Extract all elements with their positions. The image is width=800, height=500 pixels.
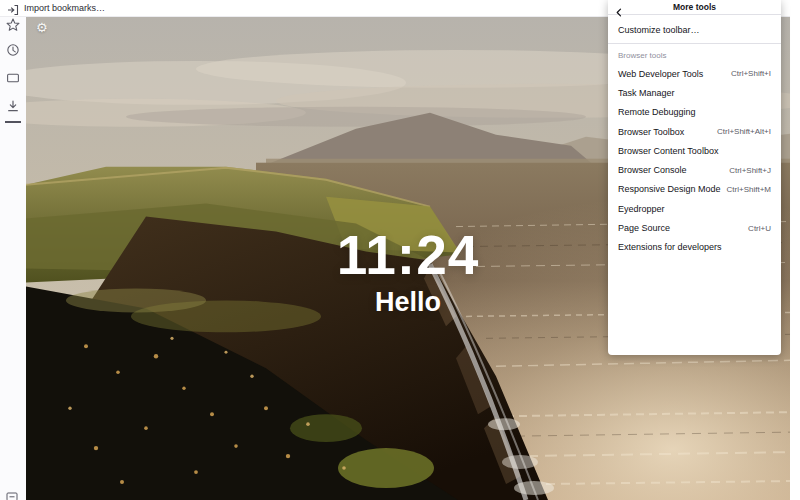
shortcut-label: Ctrl+Shift+Alt+I [717, 127, 771, 136]
sidebar-divider [5, 121, 21, 123]
menu-section-browser-tools: Browser tools [608, 47, 781, 64]
menu-item-browser-console[interactable]: Browser Console Ctrl+Shift+J [608, 160, 781, 179]
menu-item-browser-toolbox[interactable]: Browser Toolbox Ctrl+Shift+Alt+I [608, 122, 781, 141]
menu-item-eyedropper[interactable]: Eyedropper [608, 199, 781, 218]
menu-separator [608, 43, 781, 44]
menu-item-responsive-design-mode[interactable]: Responsive Design Mode Ctrl+Shift+M [608, 180, 781, 199]
menu-item-web-developer-tools[interactable]: Web Developer Tools Ctrl+Shift+I [608, 64, 781, 83]
menu-body: Customize toolbar… Browser tools Web Dev… [608, 15, 781, 257]
bookmarks-star-icon[interactable] [6, 18, 20, 32]
shortcut-label: Ctrl+U [748, 224, 771, 233]
synced-tabs-window-icon[interactable] [6, 71, 20, 85]
import-bookmarks-button[interactable]: Import bookmarks… [24, 3, 105, 13]
panel-header: More tools [608, 0, 781, 15]
shortcut-label: Ctrl+Shift+J [729, 166, 771, 175]
menu-item-page-source[interactable]: Page Source Ctrl+U [608, 218, 781, 237]
menu-item-extensions-for-developers[interactable]: Extensions for developers [608, 238, 781, 257]
panel-title: More tools [608, 2, 781, 12]
browser-window: ⚙ 11:24 Hello Import bookmarks… [0, 0, 800, 500]
menu-item-browser-content-toolbox[interactable]: Browser Content Toolbox [608, 141, 781, 160]
menu-item-customize-toolbar[interactable]: Customize toolbar… [608, 19, 781, 40]
shortcut-label: Ctrl+Shift+I [731, 69, 771, 78]
menu-item-remote-debugging[interactable]: Remote Debugging [608, 103, 781, 122]
history-clock-icon[interactable] [6, 43, 20, 57]
more-tools-panel: More tools Customize toolbar… Browser to… [608, 0, 781, 355]
downloads-icon[interactable] [6, 99, 20, 113]
import-icon [7, 2, 19, 14]
menu-item-task-manager[interactable]: Task Manager [608, 83, 781, 102]
window-edge-strip [790, 0, 800, 500]
device-icon[interactable] [6, 490, 18, 500]
gear-icon[interactable]: ⚙ [36, 21, 48, 34]
firefox-sidebar [0, 17, 26, 500]
shortcut-label: Ctrl+Shift+M [727, 185, 771, 194]
chevron-left-icon[interactable] [615, 3, 624, 12]
